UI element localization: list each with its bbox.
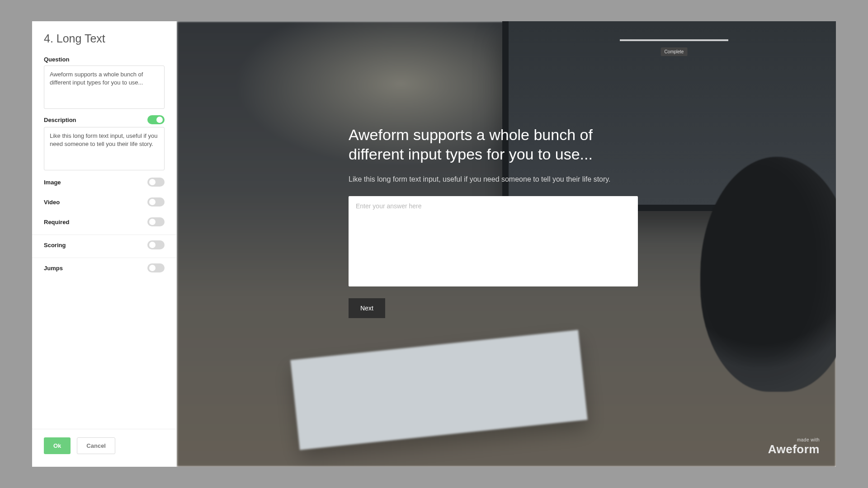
required-toggle[interactable] [147, 217, 165, 226]
answer-input[interactable] [349, 196, 638, 286]
jumps-toggle[interactable] [147, 263, 165, 272]
editor-sidebar-content: 4. Long Text Question Description Image [32, 21, 176, 429]
ok-button[interactable]: Ok [44, 437, 71, 454]
description-label-text: Description [44, 117, 76, 123]
brand-badge: made with Aweform [768, 438, 820, 455]
description-section: Description [32, 111, 176, 172]
preview-question-title: Aweform supports a whole bunch of differ… [349, 125, 638, 164]
editor-sidebar: 4. Long Text Question Description Image [32, 21, 177, 467]
scoring-toggle[interactable] [147, 240, 165, 249]
sidebar-footer: Ok Cancel [32, 429, 176, 467]
image-toggle[interactable] [147, 178, 165, 187]
video-label: Video [44, 199, 60, 206]
description-label-row: Description [44, 111, 165, 127]
preview-question-description: Like this long form text input, useful i… [349, 175, 638, 183]
question-label-text: Question [44, 56, 69, 63]
question-section: Question [32, 52, 176, 111]
app-frame: 4. Long Text Question Description Image [32, 21, 836, 467]
question-preview: Aweform supports a whole bunch of differ… [349, 125, 638, 318]
jumps-row: Jumps [32, 258, 176, 278]
scoring-row: Scoring [32, 235, 176, 255]
scoring-label: Scoring [44, 242, 66, 249]
video-toggle[interactable] [147, 197, 165, 206]
video-row: Video [32, 192, 176, 212]
image-label: Image [44, 179, 61, 186]
jumps-label: Jumps [44, 265, 63, 272]
required-label: Required [44, 219, 69, 225]
bg-progress-chip: Complete [661, 47, 688, 56]
image-row: Image [32, 172, 176, 192]
form-preview: Complete Aweform supports a whole bunch … [177, 21, 836, 467]
required-row: Required [32, 212, 176, 232]
description-input[interactable] [44, 127, 165, 170]
question-label: Question [44, 52, 165, 66]
brand-logo-text: Aweform [768, 442, 820, 456]
question-input[interactable] [44, 66, 165, 109]
brand-made-with: made with [768, 438, 820, 442]
next-button[interactable]: Next [349, 298, 385, 318]
cancel-button[interactable]: Cancel [77, 437, 115, 454]
panel-title: 4. Long Text [32, 21, 176, 52]
description-toggle[interactable] [147, 115, 165, 124]
bg-progress-bar [620, 39, 728, 41]
